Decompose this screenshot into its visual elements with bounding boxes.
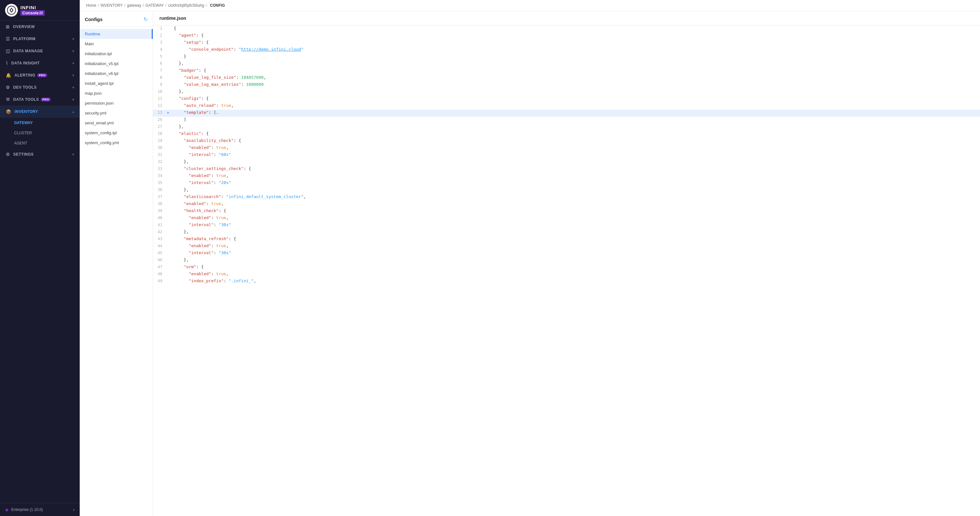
chevron-up-icon: ▴ <box>72 110 74 113</box>
code-line-1: 1 { <box>153 25 980 32</box>
breadcrumb-home[interactable]: Home <box>86 3 96 8</box>
chevron-down-icon: ▾ <box>72 37 74 41</box>
sidebar-item-settings[interactable]: ⚙ SETTINGS ▾ <box>0 148 80 161</box>
file-item-runtime[interactable]: Runtime <box>80 29 153 39</box>
sidebar-label-platform: PLATFORM <box>13 37 36 41</box>
code-line-12: 12 "auto_reload": true, <box>153 103 980 110</box>
breadcrumb: Home / INVENTORY / gateway / GATEWAY / c… <box>80 0 980 11</box>
sidebar-label-cluster: CLUSTER <box>14 131 32 135</box>
code-line-33: 33 "cluster_settings_check": { <box>153 166 980 173</box>
code-line-26: 26 ] <box>153 117 980 124</box>
file-item-permission[interactable]: permission.json <box>80 98 153 108</box>
editor-header: runtime.json <box>153 11 980 25</box>
sidebar-item-gateway[interactable]: GATEWAY <box>0 118 80 128</box>
sidebar-item-alerting[interactable]: 🔔 ALERTING Pro ▾ <box>0 69 80 81</box>
breadcrumb-current: CONFIG <box>210 3 225 8</box>
breadcrumb-inventory[interactable]: INVENTORY <box>100 3 123 8</box>
sidebar-item-data-manage[interactable]: ◫ DATA MANAGE ▾ <box>0 45 80 57</box>
overview-icon: ⊞ <box>6 24 10 29</box>
code-line-6: 6 }, <box>153 61 980 68</box>
refresh-icon[interactable]: ↻ <box>143 16 148 22</box>
sidebar-label-overview: OVERVIEW <box>13 25 35 29</box>
chevron-down-icon: ▾ <box>72 62 74 65</box>
code-line-2: 2 "agent": { <box>153 32 980 40</box>
code-line-49: 49 "index_prefix": ".infini_", <box>153 278 980 285</box>
chevron-down-icon: ▾ <box>72 86 74 89</box>
logo-text: INFINI Console/// <box>21 5 45 16</box>
sidebar-item-dev-tools[interactable]: ⚙ DEV TOOLS ▾ <box>0 81 80 94</box>
sidebar-item-inventory[interactable]: 📦 INVENTORY ▴ <box>0 105 80 118</box>
file-item-init-v5-tpl[interactable]: initialization_v5.tpl <box>80 59 153 68</box>
code-line-32: 32 }, <box>153 159 980 166</box>
code-line-34: 34 "enabled": true, <box>153 173 980 180</box>
code-line-38: 38 "enabled": true, <box>153 201 980 208</box>
code-line-46: 46 }, <box>153 257 980 264</box>
sidebar-label-data-insight: DATA INSIGHT <box>11 61 40 65</box>
sidebar-item-platform[interactable]: ☰ PLATFORM ▾ <box>0 33 80 45</box>
code-line-39: 39 "health_check": { <box>153 208 980 215</box>
sidebar-label-alerting: ALERTING <box>15 73 35 78</box>
editor-panel: runtime.json 1 { 2 "agent": { 3 <box>153 11 980 516</box>
code-line-7: 7 "badger": { <box>153 68 980 75</box>
sidebar-item-data-insight[interactable]: ⌇ DATA INSIGHT ▾ <box>0 57 80 69</box>
code-line-37: 37 "elasticsearch": "infini_default_syst… <box>153 194 980 201</box>
code-line-4: 4 "console_endpoint": "http://demo.infin… <box>153 46 980 54</box>
file-item-init-v6-tpl[interactable]: initialization_v6.tpl <box>80 68 153 78</box>
file-item-init-tpl[interactable]: initialization.tpl <box>80 49 153 59</box>
code-line-27: 27 }, <box>153 124 980 131</box>
code-line-8: 8 "value_log_file_size": 104857600, <box>153 75 980 82</box>
code-line-42: 42 }, <box>153 229 980 236</box>
dev-tools-icon: ⚙ <box>6 85 10 90</box>
file-item-install-agent[interactable]: install_agent.tpl <box>80 78 153 88</box>
code-line-47: 47 "orm": { <box>153 264 980 271</box>
logo-infini: INFINI <box>21 5 45 10</box>
sidebar-label-settings: SETTINGS <box>13 152 34 156</box>
footer-label: Enterprise (1.10.0) <box>11 507 43 512</box>
sidebar-item-agent[interactable]: AGENT <box>0 138 80 148</box>
code-line-31: 31 "interval": "60s" <box>153 152 980 159</box>
sidebar-item-data-tools[interactable]: ⚒ DATA TOOLS Pro ▾ <box>0 94 80 105</box>
sidebar-label-dev-tools: DEV TOOLS <box>13 85 37 89</box>
file-panel-title: Configs <box>85 17 103 22</box>
sidebar-footer[interactable]: ◆ Enterprise (1.10.0) › <box>0 503 80 516</box>
sidebar-label-data-tools: DATA TOOLS <box>13 97 39 102</box>
sidebar-item-cluster[interactable]: CLUSTER <box>0 128 80 138</box>
chevron-down-icon: ▾ <box>72 153 74 156</box>
code-line-35: 35 "interval": "20s" <box>153 180 980 187</box>
code-line-30: 30 "enabled": true, <box>153 145 980 152</box>
breadcrumb-instance-id[interactable]: cickfnt3q95pfc50iuhg <box>168 3 204 8</box>
sidebar-item-overview[interactable]: ⊞ OVERVIEW <box>0 21 80 33</box>
sidebar-label-inventory: INVENTORY <box>15 109 38 114</box>
code-line-40: 40 "enabled": true, <box>153 215 980 222</box>
file-item-security[interactable]: security.yml <box>80 108 153 118</box>
editor-filename: runtime.json <box>159 16 186 21</box>
breadcrumb-gateway-upper[interactable]: GATEWAY <box>145 3 164 8</box>
data-tools-icon: ⚒ <box>6 97 10 102</box>
code-line-10: 10 }, <box>153 89 980 96</box>
code-line-44: 44 "enabled": true, <box>153 243 980 250</box>
code-line-36: 36 }, <box>153 187 980 194</box>
data-insight-icon: ⌇ <box>6 61 8 66</box>
logo-icon <box>5 4 18 17</box>
sidebar-label-agent: AGENT <box>14 141 27 145</box>
code-line-13: 13 ▶ "template": [… <box>153 110 980 117</box>
logo-console: Console/// <box>21 10 45 16</box>
file-item-system-config-tpl[interactable]: system_config.tpl <box>80 128 153 138</box>
footer-version: ◆ Enterprise (1.10.0) <box>5 507 43 512</box>
code-line-11: 11 "configs": { <box>153 96 980 103</box>
file-item-map-json[interactable]: map.json <box>80 88 153 98</box>
diamond-icon: ◆ <box>5 507 9 512</box>
file-item-main[interactable]: Main <box>80 39 153 49</box>
logo: INFINI Console/// <box>0 0 80 21</box>
chevron-down-icon: ▾ <box>72 74 74 77</box>
code-line-43: 43 "metadata_refresh": { <box>153 236 980 243</box>
settings-icon: ⚙ <box>6 152 10 157</box>
platform-icon: ☰ <box>6 37 10 41</box>
editor-body[interactable]: 1 { 2 "agent": { 3 "setup": { <box>153 25 980 516</box>
file-item-system-config-yml[interactable]: system_config.yml <box>80 138 153 148</box>
code-line-45: 45 "interval": "30s" <box>153 250 980 257</box>
code-line-9: 9 "value_log_max_entries": 1000000 <box>153 82 980 89</box>
code-line-3: 3 "setup": { <box>153 40 980 46</box>
breadcrumb-gateway-lower[interactable]: gateway <box>127 3 141 8</box>
file-item-send-email[interactable]: send_email.yml <box>80 118 153 128</box>
